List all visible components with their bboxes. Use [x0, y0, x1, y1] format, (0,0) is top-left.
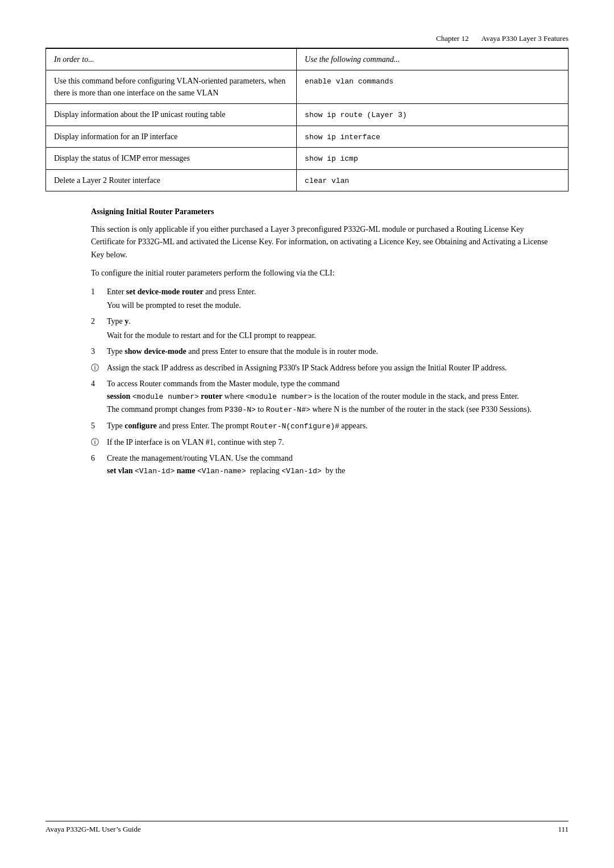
step-3-content: Type show device-mode and press Enter to… [107, 345, 557, 358]
info-icon-1: ⓘ [91, 362, 107, 374]
step-6: 6 Create the management/routing VLAN. Us… [91, 452, 557, 478]
step-6-bold-setvlan: set vlan [107, 466, 133, 475]
step-4-bold-session: session [107, 392, 130, 400]
row1-col1: Use this command before configuring VLAN… [46, 70, 297, 104]
info-item-1-content: Assign the stack IP address as described… [107, 362, 557, 374]
table-row: Display information about the IP unicast… [46, 104, 569, 126]
step-1-num: 1 [91, 286, 107, 312]
commands-table: In order to... Use the following command… [45, 48, 569, 191]
table-row: Use this command before configuring VLAN… [46, 70, 569, 104]
step-1-bold: set device-mode router [126, 287, 204, 296]
step-5-num: 5 [91, 420, 107, 433]
footer-right: 111 [558, 825, 569, 834]
section-paragraph2: To configure the initial router paramete… [91, 267, 557, 279]
table-row: Delete a Layer 2 Router interface clear … [46, 169, 569, 191]
page-container: Chapter 12 Avaya P330 Layer 3 Features I… [0, 0, 614, 868]
footer-left: Avaya P332G-ML User’s Guide [45, 825, 141, 834]
step-3-bold: show device-mode [125, 347, 186, 356]
step-1-sub: You will be prompted to reset the module… [107, 299, 557, 312]
step-2-num: 2 [91, 315, 107, 342]
row1-col2: enable vlan commands [297, 70, 569, 104]
row5-col2: clear vlan [297, 169, 569, 191]
step-5: 5 Type configure and press Enter. The pr… [91, 420, 557, 433]
row4-col1: Display the status of ICMP error message… [46, 148, 297, 170]
info-item-1: ⓘ Assign the stack IP address as describ… [91, 362, 557, 374]
info-icon-2: ⓘ [91, 436, 107, 449]
table-container: In order to... Use the following command… [45, 48, 569, 191]
table-row: Display information for an IP interface … [46, 126, 569, 148]
table-header-row: In order to... Use the following command… [46, 49, 569, 70]
section-heading-container: Assigning Initial Router Parameters [91, 207, 557, 216]
step-3-num: 3 [91, 345, 107, 358]
step-2-content: Type y. Wait for the module to restart a… [107, 315, 557, 342]
row4-col2: show ip icmp [297, 148, 569, 170]
step-6-content: Create the management/routing VLAN. Use … [107, 452, 557, 478]
row3-col2: show ip interface [297, 126, 569, 148]
step-5-bold: configure [125, 422, 157, 430]
chapter-title: Avaya P330 Layer 3 Features [481, 34, 569, 43]
step-1: 1 Enter set device-mode router and press… [91, 286, 557, 312]
step-6-num: 6 [91, 452, 107, 478]
step-4: 4 To access Router commands from the Mas… [91, 378, 557, 416]
section-heading: Assigning Initial Router Parameters [91, 207, 557, 216]
step-2: 2 Type y. Wait for the module to restart… [91, 315, 557, 342]
row2-col1: Display information about the IP unicast… [46, 104, 297, 126]
footer-area: Avaya P332G-ML User’s Guide 111 [45, 821, 569, 834]
row3-col1: Display information for an IP interface [46, 126, 297, 148]
col2-header: Use the following command... [297, 49, 569, 70]
row2-col2: show ip route (Layer 3) [297, 104, 569, 126]
footer-content: Avaya P332G-ML User’s Guide 111 [45, 825, 569, 834]
step-4-num: 4 [91, 378, 107, 416]
step-2-bold: y [125, 317, 128, 326]
section-paragraph1: This section is only applicable if you e… [91, 223, 557, 261]
step-6-bold-name: name [177, 466, 196, 475]
step-4-content: To access Router commands from the Maste… [107, 378, 557, 416]
step-4-bold-router: router [201, 392, 222, 400]
step-1-content: Enter set device-mode router and press E… [107, 286, 557, 312]
col1-header: In order to... [46, 49, 297, 70]
steps-list: 1 Enter set device-mode router and press… [91, 286, 557, 478]
step-3: 3 Type show device-mode and press Enter … [91, 345, 557, 358]
info-item-2: ⓘ If the IP interface is on VLAN #1, con… [91, 436, 557, 449]
footer-divider [45, 821, 569, 821]
info-item-2-content: If the IP interface is on VLAN #1, conti… [107, 436, 557, 449]
step-5-content: Type configure and press Enter. The prom… [107, 420, 557, 433]
chapter-label: Chapter 12 [436, 34, 468, 43]
row5-col1: Delete a Layer 2 Router interface [46, 169, 297, 191]
page-header: Chapter 12 Avaya P330 Layer 3 Features [45, 34, 569, 43]
table-row: Display the status of ICMP error message… [46, 148, 569, 170]
step-2-sub: Wait for the module to restart and for t… [107, 329, 557, 342]
